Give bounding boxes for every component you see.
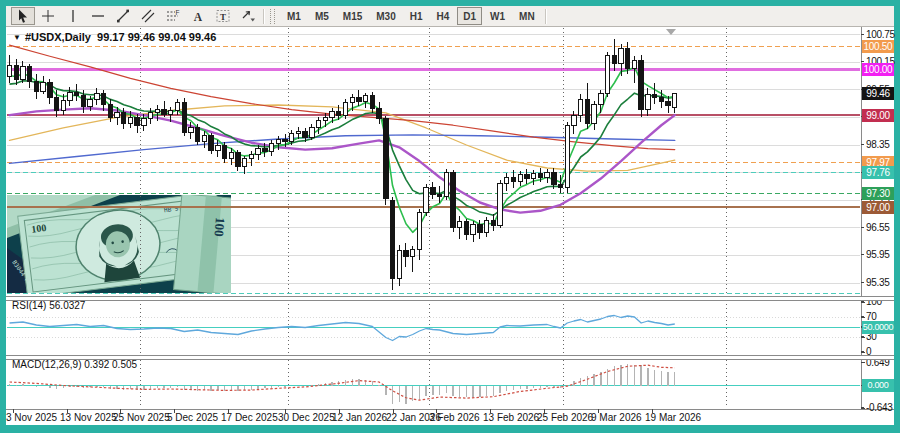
rsi-value: 56.0327 — [49, 300, 85, 311]
indicator-level-badge: 50.0000 — [862, 321, 894, 334]
date-label: 9 Mar 2026 — [591, 412, 642, 423]
macd-value: 0.392 0.505 — [84, 359, 137, 370]
fibonacci-icon: F — [165, 8, 181, 24]
toolbar-grip[interactable] — [270, 9, 275, 24]
chart-canvas[interactable]: 100100HB 572830100B3044 M — [6, 27, 894, 425]
channel-icon — [140, 8, 156, 24]
timeframe-button-d1[interactable]: D1 — [457, 7, 482, 25]
date-label: 5 Dec 2025 — [167, 412, 218, 423]
price-level-badge: 99.46 — [862, 87, 894, 100]
price-level-badge: 100.00 — [862, 63, 894, 76]
horizontal-line-icon — [90, 8, 106, 24]
date-label: 12 Jan 2026 — [332, 412, 387, 423]
text-icon: A — [190, 8, 206, 24]
shapes-tool-button[interactable] — [236, 7, 260, 25]
price-tick: 95.95 — [866, 249, 898, 260]
symbol-menu-toggle[interactable]: ▼ — [13, 33, 21, 42]
timeframe-button-m1[interactable]: M1 — [281, 7, 307, 25]
channel-tool-button[interactable] — [136, 7, 160, 25]
shapes-icon — [240, 8, 256, 24]
ma-red — [10, 45, 675, 149]
ohlc-readout: 99.17 99.46 99.04 99.46 — [97, 31, 216, 43]
trading-terminal-window: FATM1M5M15M30H1H4D1W1MN 100100HB 5728301… — [0, 0, 900, 433]
trendline-tool-button[interactable] — [111, 7, 135, 25]
date-label: 30 Dec 2025 — [278, 412, 335, 423]
text-tool-button[interactable]: A — [186, 7, 210, 25]
timeframe-button-h4[interactable]: H4 — [431, 7, 456, 25]
timeframe-button-m5[interactable]: M5 — [309, 7, 335, 25]
chart-title: ▼#USDX,Daily 99.17 99.46 99.04 99.46 — [13, 31, 216, 43]
date-label: 19 Mar 2026 — [645, 412, 701, 423]
macd-signal-line — [10, 365, 675, 400]
fibonacci-tool-button[interactable]: F — [161, 7, 185, 25]
price-level-badge: 97.30 — [862, 187, 894, 200]
indicator-level-badge: 0.000 — [862, 379, 894, 392]
macd-scale-tick: -0.643 — [866, 402, 898, 413]
chart-toolbar: FATM1M5M15M30H1H4D1W1MN — [6, 6, 894, 27]
rsi-label: RSI(14) 56.0327 — [12, 300, 85, 311]
macd-panel-splitter[interactable] — [6, 355, 894, 360]
crosshair-tool-button[interactable] — [36, 7, 60, 25]
timeframe-button-h1[interactable]: H1 — [404, 7, 429, 25]
date-label: 25 Nov 2025 — [113, 412, 170, 423]
timeframe-button-m15[interactable]: M15 — [337, 7, 368, 25]
price-level-badge: 99.00 — [862, 109, 894, 122]
date-label: 3 Nov 2025 — [6, 412, 57, 423]
price-level-badge: 97.00 — [862, 201, 894, 214]
rsi-panel-splitter[interactable] — [6, 296, 894, 301]
toolbar-separator — [545, 9, 547, 24]
ma-blue — [10, 135, 675, 164]
cursor-icon — [15, 8, 31, 24]
macd-label: MACD(12,26,9) 0.392 0.505 — [12, 359, 137, 370]
horizontal-line-tool-button[interactable] — [86, 7, 110, 25]
text-label-tool-button[interactable]: T — [211, 7, 235, 25]
vertical-line-icon — [65, 8, 81, 24]
timeframe-button-m30[interactable]: M30 — [370, 7, 401, 25]
cursor-tool-button[interactable] — [11, 7, 35, 25]
timeframe-button-w1[interactable]: W1 — [484, 7, 511, 25]
price-tick: 100.75 — [866, 29, 898, 40]
crosshair-icon — [40, 8, 56, 24]
date-label: 13 Nov 2025 — [60, 412, 117, 423]
date-label: 13 Feb 2026 — [483, 412, 539, 423]
date-label: 25 Feb 2026 — [537, 412, 593, 423]
date-label: 3 Feb 2026 — [429, 412, 480, 423]
price-level-badge: 97.76 — [862, 166, 894, 179]
timeframe-button-mn[interactable]: MN — [513, 7, 541, 25]
price-tick: 96.55 — [866, 222, 898, 233]
text-label-icon: T — [215, 8, 231, 24]
svg-text:A: A — [193, 11, 202, 23]
date-label: 17 Dec 2025 — [221, 412, 278, 423]
svg-text:F: F — [175, 9, 179, 16]
price-tick: 98.35 — [866, 139, 898, 150]
vertical-line-tool-button[interactable] — [61, 7, 85, 25]
trendline-icon — [115, 8, 131, 24]
price-level-badge: 100.50 — [862, 40, 894, 53]
symbol-name: #USDX,Daily — [25, 31, 91, 43]
svg-text:T: T — [219, 12, 225, 22]
toolbar-separator — [263, 9, 265, 24]
price-tick: 95.35 — [866, 277, 898, 288]
